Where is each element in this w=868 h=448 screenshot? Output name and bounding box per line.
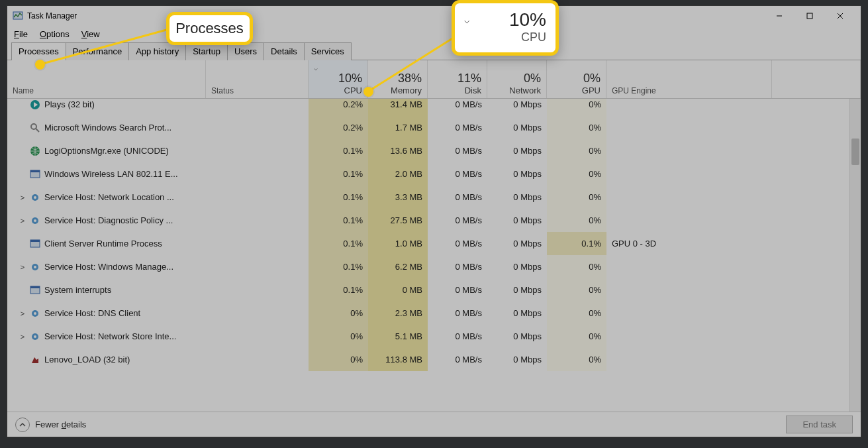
tab-app-history[interactable]: App history xyxy=(128,42,186,60)
gear-icon xyxy=(30,308,40,319)
table-row[interactable]: Plays (32 bit)0.2%31.4 MB0 MB/s0 Mbps0% xyxy=(7,99,861,116)
memory-cell: 3.3 MB xyxy=(368,186,428,209)
gpu-cell: 0% xyxy=(547,209,606,232)
cpu-cell: 0% xyxy=(309,325,368,348)
memory-cell: 6.2 MB xyxy=(368,255,428,278)
process-name: Client Server Runtime Process xyxy=(44,239,162,249)
table-row[interactable]: Lenovo_LOAD (32 bit)0%113.8 MB0 MB/s0 Mb… xyxy=(7,348,861,371)
scrollbar[interactable] xyxy=(849,99,861,412)
expand-icon[interactable]: > xyxy=(19,309,26,317)
table-row[interactable]: >Service Host: Network Location ...0.1%3… xyxy=(7,186,861,209)
menu-file[interactable]: File xyxy=(14,29,28,39)
gpu-cell: 0% xyxy=(547,278,606,302)
disk-cell: 0 MB/s xyxy=(428,302,487,325)
minimize-button[interactable] xyxy=(764,6,795,26)
network-cell: 0 Mbps xyxy=(487,302,547,325)
table-row[interactable]: Client Server Runtime Process0.1%1.0 MB0… xyxy=(7,232,861,255)
menu-view[interactable]: View xyxy=(81,29,100,39)
window-title: Task Manager xyxy=(27,11,77,21)
svg-point-9 xyxy=(31,124,36,129)
menu-options[interactable]: Options xyxy=(40,29,70,39)
memory-cell: 2.3 MB xyxy=(368,302,428,325)
gear-icon xyxy=(30,192,40,203)
scroll-thumb[interactable] xyxy=(851,139,859,165)
table-row[interactable]: >Service Host: DNS Client0%2.3 MB0 MB/s0… xyxy=(7,302,861,325)
col-cpu[interactable]: ⌵ 10% CPU xyxy=(309,60,368,98)
status-cell xyxy=(206,209,309,232)
svg-rect-19 xyxy=(30,240,40,242)
expand-icon[interactable]: > xyxy=(19,333,26,341)
maximize-button[interactable] xyxy=(795,6,825,26)
svg-point-15 xyxy=(34,196,36,199)
fewer-details-button[interactable]: Fewer details xyxy=(15,418,86,432)
svg-point-21 xyxy=(34,266,36,268)
expand-icon[interactable]: > xyxy=(19,263,26,271)
process-name: Service Host: DNS Client xyxy=(44,308,140,318)
cpu-cell: 0.1% xyxy=(309,255,368,278)
disk-cell: 0 MB/s xyxy=(428,232,487,255)
sort-chevron-icon: ⌵ xyxy=(314,64,318,72)
tab-users[interactable]: Users xyxy=(227,42,264,60)
memory-cell: 0 MB xyxy=(368,278,428,302)
chevron-up-icon xyxy=(15,418,30,432)
play-icon xyxy=(30,99,40,110)
col-status[interactable]: Status xyxy=(206,60,309,98)
column-headers: Name Status ⌵ 10% CPU 38%Memory 11%Disk … xyxy=(7,60,861,99)
memory-cell: 13.6 MB xyxy=(368,139,428,162)
gpu-engine-cell xyxy=(606,302,772,325)
gpu-engine-cell xyxy=(606,348,772,371)
process-name: Service Host: Network Store Inte... xyxy=(44,331,176,341)
end-task-button[interactable]: End task xyxy=(786,416,853,433)
table-row[interactable]: >Service Host: Network Store Inte...0%5.… xyxy=(7,325,861,348)
tab-details[interactable]: Details xyxy=(264,42,305,60)
cpu-cell: 0.1% xyxy=(309,278,368,302)
cpu-cell: 0.1% xyxy=(309,232,368,255)
disk-cell: 0 MB/s xyxy=(428,209,487,232)
expand-icon[interactable]: > xyxy=(19,217,26,225)
col-memory[interactable]: 38%Memory xyxy=(368,60,428,98)
sys-icon xyxy=(30,285,40,296)
cpu-cell: 0% xyxy=(309,302,368,325)
table-row[interactable]: >Service Host: Windows Manage...0.1%6.2 … xyxy=(7,255,861,278)
tab-performance[interactable]: Performance xyxy=(66,42,129,60)
table-row[interactable]: System interrupts0.1%0 MB0 MB/s0 Mbps0% xyxy=(7,278,861,302)
gpu-cell: 0% xyxy=(547,325,606,348)
cpu-cell: 0.2% xyxy=(309,99,368,116)
close-button[interactable] xyxy=(825,6,855,26)
gpu-cell: 0% xyxy=(547,139,606,162)
status-cell xyxy=(206,232,309,255)
cpu-cell: 0% xyxy=(309,348,368,371)
gpu-cell: 0% xyxy=(547,162,606,186)
table-row[interactable]: LogiOptionsMgr.exe (UNICODE)0.1%13.6 MB0… xyxy=(7,139,861,162)
svg-point-17 xyxy=(34,219,36,222)
memory-cell: 5.1 MB xyxy=(368,325,428,348)
tab-services[interactable]: Services xyxy=(304,42,352,60)
svg-line-10 xyxy=(36,129,39,132)
status-cell xyxy=(206,162,309,186)
table-row[interactable]: Microsoft Windows Search Prot...0.2%1.7 … xyxy=(7,116,861,139)
expand-icon[interactable]: > xyxy=(19,194,26,201)
callout-processes: Processes xyxy=(166,12,253,45)
process-name: Service Host: Windows Manage... xyxy=(44,262,173,272)
disk-cell: 0 MB/s xyxy=(428,348,487,371)
col-gpu-engine[interactable]: GPU Engine xyxy=(606,60,772,98)
tab-processes[interactable]: Processes xyxy=(11,42,66,60)
tab-startup[interactable]: Startup xyxy=(185,42,228,60)
gpu-engine-cell xyxy=(606,278,772,302)
table-row[interactable]: >Service Host: Diagnostic Policy ...0.1%… xyxy=(7,209,861,232)
col-network[interactable]: 0%Network xyxy=(487,60,547,98)
svg-point-25 xyxy=(34,312,36,315)
process-name: Windows Wireless LAN 802.11 E... xyxy=(44,169,178,179)
search-icon xyxy=(30,123,40,133)
cpu-cell: 0.2% xyxy=(309,116,368,139)
col-gpu[interactable]: 0%GPU xyxy=(547,60,606,98)
col-disk[interactable]: 11%Disk xyxy=(428,60,487,98)
table-row[interactable]: Windows Wireless LAN 802.11 E...0.1%2.0 … xyxy=(7,162,861,186)
status-cell xyxy=(206,139,309,162)
memory-cell: 2.0 MB xyxy=(368,162,428,186)
globe-icon xyxy=(30,146,40,156)
network-cell: 0 Mbps xyxy=(487,186,547,209)
chevron-down-icon: ⌵ xyxy=(460,15,469,25)
svg-point-27 xyxy=(34,335,36,338)
tabbar: Processes Performance App history Startu… xyxy=(7,42,861,60)
